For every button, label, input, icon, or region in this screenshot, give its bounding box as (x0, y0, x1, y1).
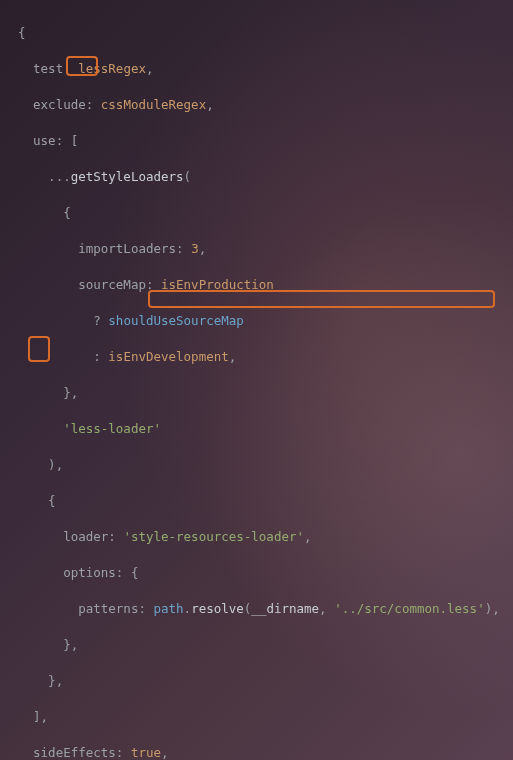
code-line: ), (18, 456, 513, 474)
code-line: ], (18, 708, 513, 726)
code-line: patterns: path.resolve(__dirname, '../sr… (18, 600, 513, 618)
code-line: { (18, 204, 513, 222)
code-line: sideEffects: true, (18, 744, 513, 760)
code-line: ? shouldUseSourceMap (18, 312, 513, 330)
code-line: : isEnvDevelopment, (18, 348, 513, 366)
code-line: }, (18, 384, 513, 402)
code-line: loader: 'style-resources-loader', (18, 528, 513, 546)
code-line: exclude: cssModuleRegex, (18, 96, 513, 114)
code-line: options: { (18, 564, 513, 582)
code-line: }, (18, 636, 513, 654)
code-line: importLoaders: 3, (18, 240, 513, 258)
code-editor[interactable]: { test: lessRegex, exclude: cssModuleReg… (0, 0, 513, 760)
code-line: 'less-loader' (18, 420, 513, 438)
code-line: }, (18, 672, 513, 690)
code-line: test: lessRegex, (18, 60, 513, 78)
code-line: { (18, 492, 513, 510)
code-line: ...getStyleLoaders( (18, 168, 513, 186)
code-line: sourceMap: isEnvProduction (18, 276, 513, 294)
code-line: { (18, 24, 513, 42)
code-line: use: [ (18, 132, 513, 150)
